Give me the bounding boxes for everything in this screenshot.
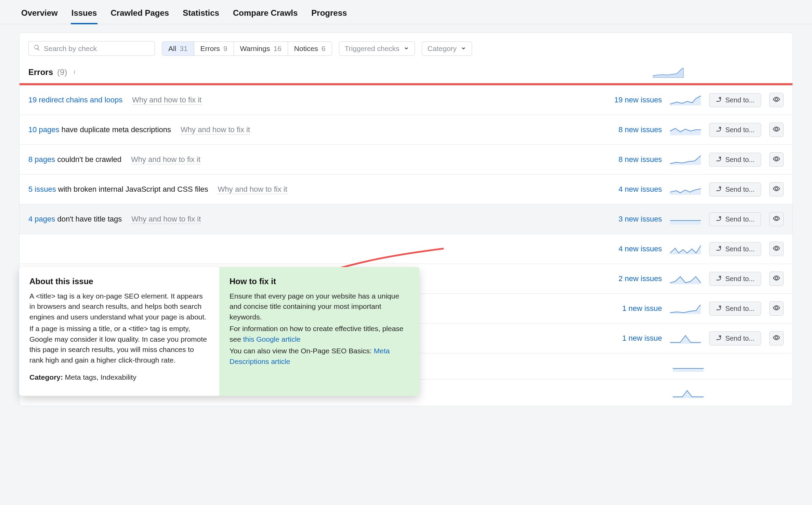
row-sparkline [670, 154, 701, 165]
why-how-link[interactable]: Why and how to fix it [132, 96, 201, 105]
fix-link[interactable]: this Google article [243, 335, 301, 343]
new-issues-link[interactable]: 4 new issues [618, 244, 662, 253]
about-title: About this issue [29, 277, 209, 286]
send-to-button[interactable]: Send to... [709, 302, 761, 316]
row-sparkline [670, 303, 701, 314]
share-icon [716, 96, 722, 104]
send-to-button[interactable]: Send to... [709, 242, 761, 256]
row-sparkline [673, 387, 704, 398]
view-button[interactable] [769, 272, 784, 286]
about-paragraph: If a page is missing a title, or a <titl… [29, 324, 209, 365]
tab-crawled-pages[interactable]: Crawled Pages [110, 0, 170, 24]
send-to-button[interactable]: Send to... [709, 182, 761, 197]
view-button[interactable] [769, 301, 784, 316]
share-icon [716, 305, 722, 313]
category-dropdown[interactable]: Category [422, 41, 472, 56]
issue-row: 4 new issues Send to... [19, 234, 793, 264]
filter-segments: All31 Errors9 Warnings16 Notices6 [162, 41, 332, 56]
search-placeholder: Search by check [44, 45, 97, 53]
new-issues-link[interactable]: 2 new issues [618, 274, 662, 283]
issue-row: 5 issues with broken internal JavaScript… [19, 174, 793, 204]
row-sparkline [670, 124, 701, 135]
info-icon[interactable]: i [71, 69, 77, 75]
share-icon [716, 156, 722, 164]
segment-warnings[interactable]: Warnings16 [234, 42, 288, 55]
toolbar: Search by check All31 Errors9 Warnings16… [19, 33, 793, 59]
share-icon [716, 126, 722, 134]
eye-icon [773, 125, 780, 134]
new-issues-link[interactable]: 1 new issue [622, 304, 662, 313]
fix-paragraph: You can also view the On-Page SEO Basics… [230, 346, 409, 367]
chevron-down-icon [404, 45, 409, 53]
search-input[interactable]: Search by check [28, 41, 155, 56]
issue-count-link[interactable]: 8 pages [28, 155, 55, 164]
issue-row: 10 pages have duplicate meta description… [19, 115, 793, 144]
section-sparkline [653, 67, 684, 78]
send-to-button[interactable]: Send to... [709, 153, 761, 167]
issue-count-link[interactable]: 4 pages [28, 215, 55, 223]
eye-icon [773, 304, 780, 313]
new-issues-link[interactable]: 1 new issue [622, 334, 662, 343]
share-icon [716, 334, 722, 342]
row-sparkline [673, 361, 704, 372]
new-issues-link[interactable]: 19 new issues [614, 96, 662, 104]
why-how-link[interactable]: Why and how to fix it [181, 125, 250, 135]
segment-all[interactable]: All31 [162, 42, 194, 55]
triggered-checks-dropdown[interactable]: Triggered checks [339, 41, 415, 56]
popover-about: About this issue A <title> tag is a key … [19, 267, 219, 396]
fix-paragraph: For information on how to create effecti… [230, 324, 409, 344]
new-issues-link[interactable]: 8 new issues [618, 155, 662, 164]
tab-progress[interactable]: Progress [311, 0, 348, 24]
new-issues-link[interactable]: 4 new issues [618, 185, 662, 194]
search-icon [34, 44, 40, 53]
send-to-button[interactable]: Send to... [709, 272, 761, 286]
issue-text: couldn't be crawled [55, 155, 121, 164]
issue-link[interactable]: 19 redirect chains and loops [28, 96, 122, 104]
new-issues-link[interactable]: 8 new issues [618, 125, 662, 134]
send-to-button[interactable]: Send to... [709, 123, 761, 137]
segment-notices[interactable]: Notices6 [288, 42, 332, 55]
row-sparkline [670, 184, 701, 195]
view-button[interactable] [769, 182, 784, 197]
eye-icon [773, 96, 780, 104]
section-title-text: Errors [28, 67, 53, 77]
about-paragraph: A <title> tag is a key on-page SEO eleme… [29, 291, 209, 322]
about-category: Category: Meta tags, Indexability [29, 372, 209, 382]
issue-text: don't have title tags [55, 215, 122, 223]
issue-row: 8 pages couldn't be crawled Why and how … [19, 144, 793, 174]
why-how-link[interactable]: Why and how to fix it [131, 155, 200, 164]
share-icon [716, 275, 722, 283]
share-icon [716, 186, 722, 193]
why-how-link[interactable]: Why and how to fix it [131, 215, 201, 224]
popover-fix: How to fix it Ensure that every page on … [219, 267, 419, 396]
tab-compare-crawls[interactable]: Compare Crawls [232, 0, 298, 24]
send-to-button[interactable]: Send to... [709, 212, 761, 226]
tab-issues[interactable]: Issues [71, 0, 98, 24]
row-sparkline [670, 214, 701, 225]
segment-errors[interactable]: Errors9 [194, 42, 234, 55]
eye-icon [773, 244, 780, 253]
eye-icon [773, 185, 780, 194]
tab-statistics[interactable]: Statistics [182, 0, 220, 24]
row-sparkline [670, 243, 701, 254]
view-button[interactable] [769, 212, 784, 226]
view-button[interactable] [769, 123, 784, 137]
row-sparkline [670, 94, 701, 105]
view-button[interactable] [769, 93, 784, 107]
send-to-button[interactable]: Send to... [709, 331, 761, 345]
why-how-link[interactable]: Why and how to fix it [218, 185, 287, 194]
issue-count-link[interactable]: 5 issues [28, 185, 56, 193]
fix-paragraph: Ensure that every page on your website h… [230, 291, 409, 322]
view-button[interactable] [769, 152, 784, 167]
issue-text: with broken internal JavaScript and CSS … [56, 185, 208, 193]
send-to-button[interactable]: Send to... [709, 93, 761, 107]
view-button[interactable] [769, 242, 784, 256]
issue-count-link[interactable]: 10 pages [28, 125, 60, 134]
new-issues-link[interactable]: 3 new issues [618, 215, 662, 224]
eye-icon [773, 155, 780, 164]
eye-icon [773, 274, 780, 283]
issue-popover: About this issue A <title> tag is a key … [19, 267, 419, 396]
chevron-down-icon [461, 45, 466, 53]
view-button[interactable] [769, 331, 784, 345]
tab-overview[interactable]: Overview [21, 0, 58, 24]
